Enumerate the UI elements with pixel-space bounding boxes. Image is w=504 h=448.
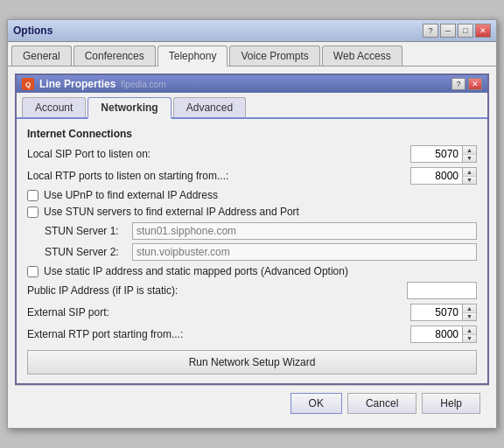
public-ip-input[interactable]	[407, 282, 477, 299]
stun-server1-row: STUN Server 1:	[45, 222, 477, 240]
tab-conferences[interactable]: Conferences	[74, 46, 156, 66]
tab-advanced[interactable]: Advanced	[173, 97, 246, 117]
dialog-bottom-bar: OK Cancel Help	[15, 385, 489, 421]
stun-checkbox[interactable]	[27, 206, 38, 218]
external-sip-spinner: ▲ ▼	[463, 304, 477, 321]
external-sip-spin-down[interactable]: ▼	[463, 313, 476, 321]
ok-button[interactable]: OK	[290, 393, 342, 414]
stun-servers-section: STUN Server 1: STUN Server 2:	[27, 222, 477, 261]
local-sip-spin-down[interactable]: ▼	[463, 155, 476, 163]
outer-titlebar: Options ? ─ □ ✕	[8, 20, 496, 42]
inner-close-button[interactable]: ✕	[468, 78, 482, 90]
external-sip-label: External SIP port:	[27, 306, 410, 318]
inner-tab-bar: Account Networking Advanced	[17, 93, 487, 119]
outer-close-button[interactable]: ✕	[475, 24, 491, 38]
upnp-checkbox[interactable]	[27, 190, 38, 201]
local-rtp-input[interactable]	[410, 167, 463, 185]
local-rtp-spinner: ▲ ▼	[463, 167, 477, 185]
external-rtp-spinner: ▲ ▼	[463, 326, 477, 343]
local-rtp-input-group: ▲ ▼	[410, 167, 477, 185]
outer-minimize-button[interactable]: ─	[440, 24, 456, 38]
cancel-button[interactable]: Cancel	[347, 393, 416, 414]
tab-networking[interactable]: Networking	[88, 97, 171, 119]
line-properties-icon: Q	[22, 78, 34, 90]
local-sip-input-group: ▲ ▼	[410, 145, 477, 163]
local-sip-input[interactable]	[410, 145, 463, 163]
local-rtp-label: Local RTP ports to listen on starting fr…	[27, 170, 410, 182]
network-setup-wizard-button[interactable]: Run Network Setup Wizard	[27, 350, 477, 374]
tab-telephony[interactable]: Telephony	[158, 46, 228, 66]
inner-window-title: Line Properties	[39, 78, 116, 90]
stun-server2-input[interactable]	[132, 243, 477, 261]
static-ip-checkbox[interactable]	[27, 266, 38, 277]
inner-help-button[interactable]: ?	[452, 78, 466, 90]
stun-server1-label: STUN Server 1:	[45, 225, 132, 237]
tab-general[interactable]: General	[11, 46, 72, 66]
external-rtp-spin-up[interactable]: ▲	[463, 326, 476, 335]
external-sip-input[interactable]	[410, 304, 463, 321]
outer-tab-bar: General Conferences Telephony Voice Prom…	[8, 42, 496, 66]
external-rtp-spin-down[interactable]: ▼	[463, 335, 476, 343]
public-ip-label: Public IP Address (if IP is static):	[27, 284, 407, 297]
tab-web-access[interactable]: Web Access	[322, 46, 402, 66]
external-sip-row: External SIP port: ▲ ▼	[27, 304, 477, 321]
inner-line-properties-window: Q Line Properties fipedia.com ? ✕ Accoun…	[15, 74, 489, 385]
external-rtp-input[interactable]	[410, 326, 463, 343]
local-sip-spin-up[interactable]: ▲	[463, 146, 476, 155]
local-rtp-row: Local RTP ports to listen on starting fr…	[27, 167, 477, 185]
external-sip-spin-up[interactable]: ▲	[463, 304, 476, 313]
stun-server2-label: STUN Server 2:	[45, 246, 132, 258]
local-sip-row: Local SIP Port to listen on: ▲ ▼	[27, 145, 477, 163]
public-ip-row: Public IP Address (if IP is static):	[27, 282, 477, 299]
local-rtp-spin-down[interactable]: ▼	[463, 177, 476, 185]
outer-titlebar-buttons: ? ─ □ ✕	[423, 24, 491, 38]
stun-label: Use STUN servers to find external IP Add…	[44, 206, 299, 218]
outer-window-title: Options	[13, 24, 52, 37]
help-button[interactable]: Help	[422, 393, 480, 414]
tab-voice-prompts[interactable]: Voice Prompts	[229, 46, 319, 66]
outer-maximize-button[interactable]: □	[458, 24, 473, 38]
networking-tab-content: Internet Connections Local SIP Port to l…	[17, 119, 487, 383]
static-ip-label: Use static IP address and static mapped …	[44, 265, 348, 277]
external-sip-input-group: ▲ ▼	[410, 304, 477, 321]
internet-connections-title: Internet Connections	[27, 128, 477, 140]
stun-checkbox-row: Use STUN servers to find external IP Add…	[27, 206, 477, 218]
upnp-checkbox-row: Use UPnP to find external IP Address	[27, 189, 477, 201]
local-rtp-spin-up[interactable]: ▲	[463, 168, 476, 177]
local-sip-label: Local SIP Port to listen on:	[27, 148, 410, 160]
external-rtp-input-group: ▲ ▼	[410, 326, 477, 343]
stun-server2-row: STUN Server 2:	[45, 243, 477, 261]
inner-titlebar: Q Line Properties fipedia.com ? ✕	[17, 75, 487, 93]
external-rtp-row: External RTP port starting from...: ▲ ▼	[27, 326, 477, 343]
outer-content-area: Q Line Properties fipedia.com ? ✕ Accoun…	[8, 66, 496, 428]
upnp-label: Use UPnP to find external IP Address	[44, 189, 218, 201]
outer-options-window: Options ? ─ □ ✕ General Conferences Tele…	[7, 19, 497, 429]
stun-server1-input[interactable]	[132, 222, 477, 240]
tab-account[interactable]: Account	[22, 97, 86, 117]
external-rtp-label: External RTP port starting from...:	[27, 328, 410, 340]
local-sip-spinner: ▲ ▼	[463, 145, 477, 163]
outer-help-button[interactable]: ?	[423, 24, 438, 38]
inner-window-subtitle: fipedia.com	[121, 80, 165, 89]
static-ip-checkbox-row: Use static IP address and static mapped …	[27, 265, 477, 277]
